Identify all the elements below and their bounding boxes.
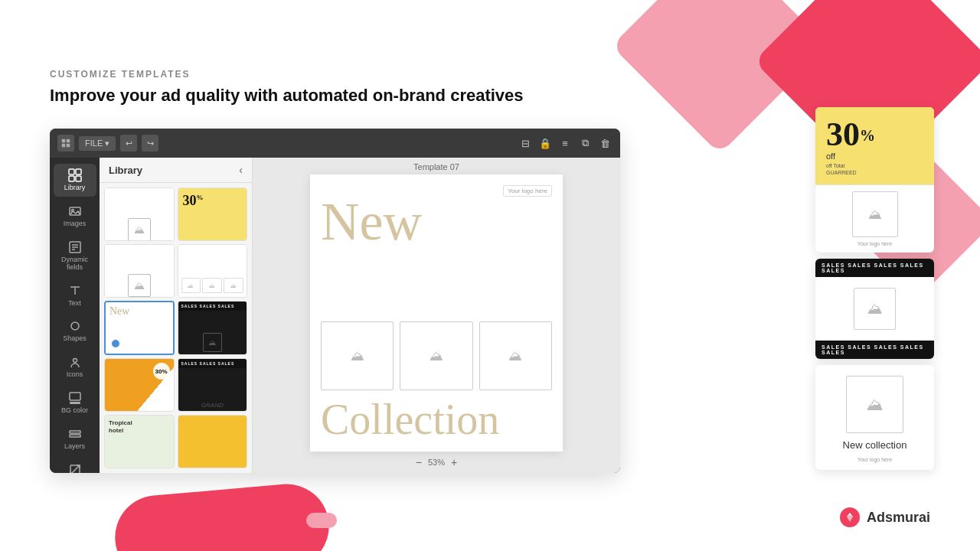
library-panel: Library ‹ ⛰ 30% (100, 158, 253, 473)
preview-nc-title: New collection (843, 439, 907, 451)
sidebar-label-icons: Icons (67, 371, 83, 379)
preview-percent: % (860, 127, 875, 144)
sidebar-item-dynamic[interactable]: Dynamic fields (54, 236, 96, 276)
template-thumb-3[interactable]: ⛰ (104, 244, 175, 298)
preview-nc-logo: Your logo here (858, 457, 892, 462)
thumb-3-placeholder: ⛰ (128, 274, 151, 297)
sidebar-label-dynamic: Dynamic fields (57, 256, 93, 272)
zoom-in-btn[interactable]: + (451, 456, 457, 468)
svg-rect-20 (70, 431, 80, 433)
redo-btn[interactable]: ↪ (142, 135, 158, 152)
sidebar-item-library[interactable]: Library (54, 164, 96, 197)
sidebar-item-bg-color[interactable]: BG color (54, 386, 96, 419)
preview-card1-bottom: ⛰ Your logo here (815, 185, 934, 253)
editor-container: FILE ▾ ↩ ↪ ⊟ 🔒 ≡ ⧉ 🗑 Library Images (50, 129, 620, 473)
svg-rect-21 (70, 435, 80, 437)
canvas-area: Template 07 Your logo here New ⛰ ⛰ ⛰ Col… (253, 158, 620, 473)
lock-icon[interactable]: 🔒 (537, 135, 553, 151)
preview-nc-img: ⛰ (846, 376, 903, 433)
svg-rect-0 (62, 139, 66, 143)
sidebar-label-shapes: Shapes (63, 335, 87, 343)
header-section: CUSTOMIZE TEMPLATES Improve your ad qual… (50, 69, 524, 106)
sidebar-item-layers[interactable]: Layers (54, 422, 96, 455)
preview-card1-img: ⛰ (852, 191, 898, 237)
svg-rect-19 (70, 402, 80, 404)
align-icon[interactable]: ⊟ (518, 135, 533, 151)
thumb-1-placeholder: ⛰ (128, 218, 151, 241)
sidebar-item-shapes[interactable]: Shapes (54, 315, 96, 347)
library-toolbar-btn[interactable] (57, 135, 74, 152)
svg-point-17 (73, 359, 77, 363)
adsmurai-logo: Adsmurai (839, 507, 930, 528)
preview-card-dark: SALES SALES SALES SALES SALES ⛰ SALES SA… (815, 259, 934, 359)
svg-rect-18 (70, 393, 80, 400)
deco-shape-pink-small (306, 513, 337, 528)
svg-rect-2 (62, 144, 66, 148)
toolbar-right-icons: ⊟ 🔒 ≡ ⧉ 🗑 (518, 135, 612, 151)
zoom-out-btn[interactable]: − (416, 456, 422, 468)
preview-yellow-area: 30% off off Total GUARREED (815, 107, 934, 184)
zoom-percent: 53% (428, 458, 445, 467)
template-thumb-2[interactable]: 30% (178, 187, 248, 241)
copy-icon[interactable]: ⧉ (577, 135, 593, 151)
adsmurai-icon (839, 507, 861, 528)
preview-discount-number: 30% (826, 119, 875, 150)
library-collapse-btn[interactable]: ‹ (239, 164, 243, 176)
zoom-bar: − 53% + (411, 452, 462, 473)
sidebar-item-icons[interactable]: Icons (54, 350, 96, 383)
template-thumb-4[interactable]: ⛰ ⛰ ⛰ (178, 244, 248, 298)
sales-img-placeholder: ⛰ (854, 288, 896, 330)
template-thumb-10[interactable]: new collectionnew collectionnew collecti… (178, 415, 248, 468)
preview-card-yellow: 30% off off Total GUARREED ⛰ Your logo h… (815, 107, 934, 253)
sidebar-item-text[interactable]: Text (54, 279, 96, 312)
file-menu[interactable]: FILE ▾ (79, 136, 116, 151)
svg-rect-4 (69, 169, 74, 174)
template-thumb-5[interactable]: New Collection (104, 301, 175, 356)
sales-bar-top: SALES SALES SALES SALES SALES (815, 259, 934, 277)
editor-body: Library Images Dynamic fields Text Shape… (50, 158, 620, 473)
right-panel: 30% off off Total GUARREED ⛰ Your logo h… (815, 107, 934, 470)
headline: Improve your ad quality with automated o… (50, 86, 524, 106)
canvas-img-2[interactable]: ⛰ (400, 321, 472, 390)
sidebar-label-layers: Layers (64, 443, 85, 451)
template-thumb-6[interactable]: SALES SALES SALES ⛰ SALES SALES SALES (178, 301, 248, 356)
template-thumb-7[interactable]: 30% ⛰ (104, 358, 175, 412)
preview-subtitle: off Total GUARREED (826, 162, 923, 178)
adsmurai-text: Adsmurai (867, 510, 930, 526)
sidebar-item-resize[interactable]: Resize (54, 458, 96, 473)
preview-30: 30 (826, 116, 860, 153)
layers-icon[interactable]: ≡ (557, 135, 573, 151)
canvas-images: ⛰ ⛰ ⛰ (321, 321, 552, 390)
canvas-img-3[interactable]: ⛰ (479, 321, 552, 390)
trash-icon[interactable]: 🗑 (597, 135, 612, 151)
file-chevron: ▾ (105, 139, 109, 148)
library-title: Library (109, 165, 142, 176)
svg-rect-6 (69, 176, 74, 181)
template-thumb-1[interactable]: ⛰ (104, 187, 175, 241)
template-thumb-8[interactable]: SALES SALES SALES GRAND (178, 358, 248, 412)
canvas-img-1[interactable]: ⛰ (321, 321, 394, 390)
template-label: Template 07 (413, 158, 459, 174)
preview-subtitle-line1: off Total (826, 162, 923, 170)
svg-rect-3 (67, 144, 70, 148)
sales-bar-bottom: SALES SALES SALES SALES SALES (815, 341, 934, 359)
preview-subtitle-line2: GUARREED (826, 169, 923, 177)
svg-point-16 (71, 322, 79, 330)
library-grid: ⛰ 30% ⛰ (100, 183, 252, 473)
sidebar-label-images: Images (64, 220, 87, 228)
preview-card-new-collection: ⛰ New collection Your logo here (815, 365, 934, 470)
deco-shape-coral-bottom (112, 481, 333, 551)
sidebar-icons: Library Images Dynamic fields Text Shape… (50, 158, 100, 473)
preview-card1-logo: Your logo here (858, 241, 892, 246)
svg-rect-5 (76, 169, 81, 174)
undo-btn[interactable]: ↩ (120, 135, 137, 152)
toolbar: FILE ▾ ↩ ↪ ⊟ 🔒 ≡ ⧉ 🗑 (50, 129, 620, 158)
sidebar-label-bg-color: BG color (61, 407, 88, 415)
canvas-frame[interactable]: Your logo here New ⛰ ⛰ ⛰ Collection (310, 174, 563, 452)
template-thumb-9[interactable]: Tropical hotel (104, 415, 175, 468)
svg-rect-7 (76, 176, 81, 181)
sales-white-area: ⛰ (815, 277, 934, 341)
sidebar-item-images[interactable]: Images (54, 200, 96, 233)
file-label: FILE (85, 139, 103, 148)
canvas-collection-text: Collection (321, 398, 552, 441)
